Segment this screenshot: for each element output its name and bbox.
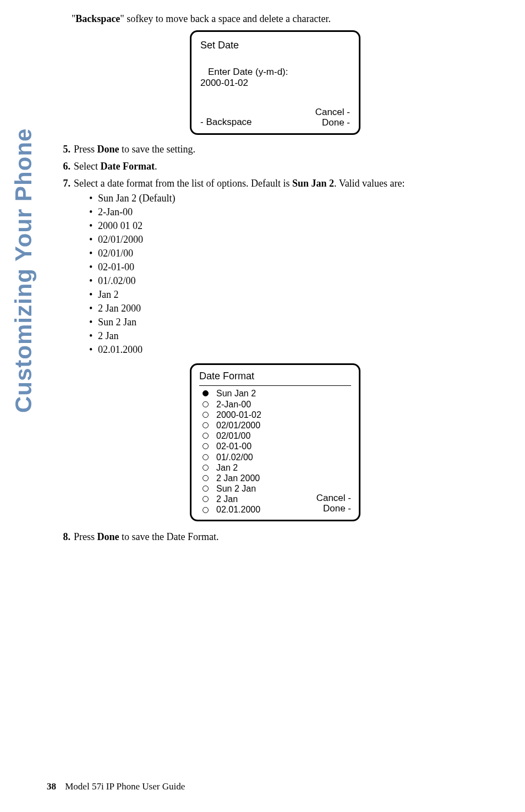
step-number: 5. — [55, 144, 70, 155]
date-format-title: Date Format — [199, 370, 351, 386]
footer-text: Model 57i IP Phone User Guide — [65, 781, 185, 792]
date-format-option[interactable]: 02-01-00 — [199, 441, 316, 451]
date-format-option[interactable]: Sun 2 Jan — [199, 483, 316, 494]
option-label: 02/01/00 — [216, 430, 250, 441]
radio-icon — [203, 496, 209, 502]
date-format-option[interactable]: 01/.02/00 — [199, 452, 316, 462]
step-number: 7. — [55, 178, 70, 358]
date-format-option[interactable]: 02.01.2000 — [199, 504, 316, 515]
date-format-option[interactable]: 2 Jan 2000 — [199, 473, 316, 483]
step6-post: . — [155, 161, 157, 172]
date-format-option[interactable]: 2 Jan — [199, 494, 316, 504]
step-6: 6. Select Date Format. — [55, 161, 495, 172]
option-label: 2-Jan-00 — [216, 399, 251, 410]
date-format-right-softkeys: Cancel - Done - — [316, 493, 351, 515]
date-format-option[interactable]: Jan 2 — [199, 462, 316, 473]
page-content: "Backspace" sofkey to move back a space … — [55, 13, 495, 548]
step5-bold: Done — [97, 144, 119, 155]
date-format-option[interactable]: Sun Jan 2 — [199, 388, 316, 399]
option-label: Sun Jan 2 — [216, 388, 256, 399]
step-text: Select Date Format. — [74, 161, 495, 172]
option-label: 2000-01-02 — [216, 410, 261, 420]
step-number: 8. — [55, 531, 70, 543]
option-label: 2 Jan 2000 — [216, 473, 260, 483]
date-format-bullet-list: Sun Jan 2 (Default)2-Jan-002000 01 0202/… — [89, 193, 495, 356]
option-label: 02-01-00 — [216, 441, 251, 451]
radio-icon — [203, 422, 209, 428]
intro-text: "Backspace" sofkey to move back a space … — [72, 13, 495, 25]
step-text: Select a date format from the list of op… — [74, 178, 495, 358]
step-7: 7. Select a date format from the list of… — [55, 178, 495, 358]
side-tab-label: Customizing Your Phone — [8, 17, 39, 413]
date-format-bullet: 2000 01 02 — [89, 220, 495, 232]
step5-post: to save the setting. — [119, 144, 195, 155]
step8-post: to save the Date Format. — [119, 531, 219, 542]
set-date-title: Set Date — [200, 40, 350, 51]
option-label: 02/01/2000 — [216, 420, 260, 430]
date-format-bullet: 02-01-00 — [89, 261, 495, 273]
backspace-softkey[interactable]: - Backspace — [200, 117, 252, 128]
date-format-bullet: Sun 2 Jan — [89, 317, 495, 328]
option-label: 02.01.2000 — [216, 504, 260, 515]
radio-icon — [203, 486, 209, 492]
step-text: Press Done to save the setting. — [74, 144, 495, 155]
step-text: Press Done to save the Date Format. — [74, 531, 495, 543]
cancel-softkey[interactable]: Cancel - — [315, 107, 350, 118]
step6-bold: Date Format — [100, 161, 154, 172]
date-format-bullet: 2 Jan 2000 — [89, 303, 495, 314]
option-label: Sun 2 Jan — [216, 483, 256, 494]
radio-icon — [203, 475, 209, 481]
step5-pre: Press — [74, 144, 97, 155]
step7-pre: Select a date format from the list of op… — [74, 178, 292, 189]
date-format-screen: Date Format Sun Jan 22-Jan-002000-01-020… — [190, 363, 360, 521]
radio-icon — [203, 507, 209, 513]
radio-icon — [203, 454, 209, 460]
cancel-softkey[interactable]: Cancel - — [316, 493, 351, 504]
radio-icon — [203, 433, 209, 439]
radio-icon — [203, 390, 209, 396]
step-number: 6. — [55, 161, 70, 172]
set-date-prompt: Enter Date (y-m-d): — [208, 67, 350, 78]
date-format-option[interactable]: 02/01/2000 — [199, 420, 316, 430]
intro-suffix: " sofkey to move back a space and delete… — [120, 13, 331, 24]
date-format-bullet: Jan 2 — [89, 289, 495, 301]
right-softkeys: Cancel - Done - — [315, 107, 350, 128]
option-label: 2 Jan — [216, 494, 238, 504]
step7-post: . Valid values are: — [334, 178, 405, 189]
done-softkey[interactable]: Done - — [315, 118, 350, 128]
date-format-bullet: Sun Jan 2 (Default) — [89, 193, 495, 204]
date-format-option[interactable]: 2000-01-02 — [199, 410, 316, 420]
step-5: 5. Press Done to save the setting. — [55, 144, 495, 155]
radio-icon — [203, 401, 209, 407]
set-date-value: 2000-01-02 — [200, 78, 350, 89]
date-format-bullet: 02/01/00 — [89, 248, 495, 259]
step6-pre: Select — [74, 161, 100, 172]
date-format-bullet: 2 Jan — [89, 330, 495, 342]
steps-list-2: 8. Press Done to save the Date Format. — [55, 531, 495, 543]
set-date-softkeys: - Backspace Cancel - Done - — [200, 107, 350, 128]
date-format-bullet: 02.01.2000 — [89, 344, 495, 356]
done-softkey[interactable]: Done - — [316, 504, 351, 514]
page-footer: 38 Model 57i IP Phone User Guide — [47, 781, 185, 792]
date-format-option[interactable]: 2-Jan-00 — [199, 399, 316, 410]
option-label: Jan 2 — [216, 462, 238, 473]
steps-list: 5. Press Done to save the setting. 6. Se… — [55, 144, 495, 358]
radio-icon — [203, 443, 209, 449]
date-format-bullet: 01/.02/00 — [89, 275, 495, 287]
step8-pre: Press — [74, 531, 97, 542]
date-format-bullet: 2-Jan-00 — [89, 206, 495, 218]
date-format-option[interactable]: 02/01/00 — [199, 430, 316, 441]
date-format-body: Sun Jan 22-Jan-002000-01-0202/01/200002/… — [199, 388, 351, 515]
intro-bold: Backspace — [75, 13, 120, 24]
option-label: 01/.02/00 — [216, 452, 253, 462]
step7-bold: Sun Jan 2 — [292, 178, 334, 189]
date-format-options: Sun Jan 22-Jan-002000-01-0202/01/200002/… — [199, 388, 316, 515]
radio-icon — [203, 412, 209, 418]
set-date-screen: Set Date Enter Date (y-m-d): 2000-01-02 … — [190, 30, 360, 135]
date-format-bullet: 02/01/2000 — [89, 234, 495, 246]
page-number: 38 — [47, 781, 56, 792]
radio-icon — [203, 465, 209, 471]
step-8: 8. Press Done to save the Date Format. — [55, 531, 495, 543]
step8-bold: Done — [97, 531, 119, 542]
